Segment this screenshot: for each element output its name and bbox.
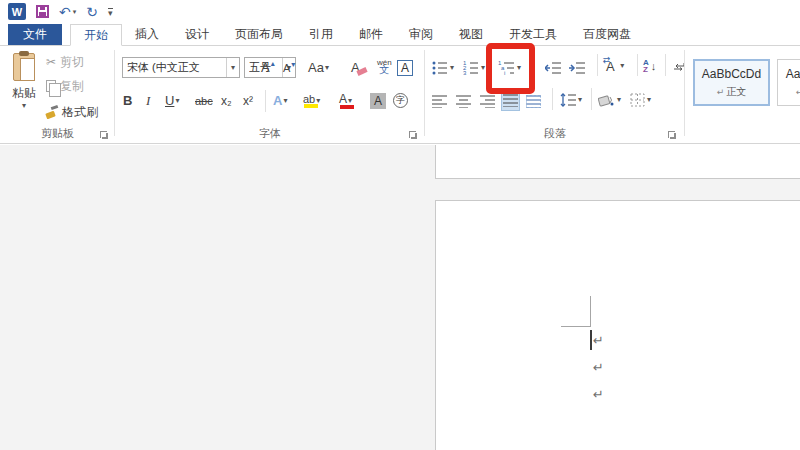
underline-dropdown-icon[interactable]: ▾ <box>175 97 179 105</box>
tab-developer[interactable]: 开发工具 <box>496 24 570 45</box>
paste-button[interactable]: 粘贴 ▾ <box>6 50 42 126</box>
line-spacing-dropdown-icon[interactable]: ▾ <box>578 96 582 104</box>
document-canvas[interactable]: ↵ ↵ ↵ <box>0 145 800 450</box>
multilevel-list-dropdown-icon[interactable]: ▾ <box>517 64 521 72</box>
align-left-button[interactable] <box>431 90 448 112</box>
group-styles: AaBbCcDd ↵正文 AaBbCcDd ↵无间隔 <box>685 46 800 144</box>
align-right-button[interactable] <box>479 90 496 112</box>
undo-dropdown-icon[interactable]: ▾ <box>73 8 77 16</box>
style-sample-text: AaBbCcDd <box>786 67 800 81</box>
text-highlight-button[interactable]: ab ▾ <box>303 90 320 111</box>
superscript-button[interactable]: x² <box>243 90 253 111</box>
align-left-icon <box>432 95 447 108</box>
bullets-button[interactable]: ▾ <box>431 57 455 79</box>
text-highlight-icon: ab <box>303 93 315 109</box>
distribute-icon <box>526 95 541 108</box>
shading-dropdown-icon[interactable]: ▾ <box>617 96 621 104</box>
increase-indent-button[interactable] <box>568 57 587 79</box>
subscript-button[interactable]: x₂ <box>221 90 232 111</box>
undo-icon: ↶ <box>59 5 71 19</box>
cut-button[interactable]: ✂ 剪切 <box>46 52 84 72</box>
paragraph-mark: ↵ <box>593 388 604 401</box>
numbering-dropdown-icon[interactable]: ▾ <box>481 64 485 72</box>
change-case-button[interactable]: Aa▾ <box>308 57 329 78</box>
copy-icon <box>46 80 56 92</box>
undo-button[interactable]: ↶▾ <box>59 5 76 19</box>
text-effects-button[interactable]: A▾ <box>273 90 287 111</box>
scissors-icon: ✂ <box>46 55 56 69</box>
numbering-button[interactable]: 123 ▾ <box>462 57 486 79</box>
numbering-icon: 123 <box>463 61 479 75</box>
sort-button[interactable]: AZ ↓ <box>642 55 657 77</box>
svg-text:i: i <box>504 70 505 75</box>
line-spacing-button[interactable]: ▾ <box>559 89 583 111</box>
strikethrough-button[interactable]: abc <box>195 90 213 111</box>
paste-label: 粘贴 <box>12 85 36 102</box>
customize-quick-access-icon[interactable]: ▾ <box>108 8 113 17</box>
borders-icon <box>630 93 645 107</box>
quick-access-toolbar: W ↶▾ ↻ ▾ <box>8 3 113 20</box>
align-right-icon <box>480 95 495 108</box>
font-group-label: 字体 <box>115 126 425 141</box>
font-name-value: 宋体 (中文正文 <box>127 60 226 75</box>
multilevel-list-button[interactable]: 1ai ▾ <box>497 57 522 79</box>
font-dialog-launcher-icon[interactable] <box>409 131 418 140</box>
text-effects-dropdown-icon[interactable]: ▾ <box>283 97 287 105</box>
page[interactable]: ↵ ↵ ↵ <box>435 200 800 450</box>
tab-page-layout[interactable]: 页面布局 <box>222 24 296 45</box>
copy-button[interactable]: 复制 <box>46 76 84 96</box>
phonetic-guide-button[interactable]: wén文 <box>377 55 392 76</box>
font-name-combo[interactable]: 宋体 (中文正文 ▾ <box>122 57 240 78</box>
italic-button[interactable]: I <box>146 90 150 111</box>
distribute-button[interactable] <box>525 90 542 112</box>
align-center-button[interactable] <box>455 90 472 112</box>
save-icon[interactable] <box>36 5 49 18</box>
clipboard-dialog-launcher-icon[interactable] <box>100 131 109 140</box>
shading-button[interactable]: ▾ <box>597 89 622 111</box>
page-bottom-fragment[interactable] <box>435 145 800 179</box>
bold-button[interactable]: B <box>123 90 132 111</box>
format-painter-button[interactable]: 格式刷 <box>46 102 98 122</box>
copy-label: 复制 <box>60 78 84 95</box>
redo-icon[interactable]: ↻ <box>86 5 98 19</box>
clear-formatting-button[interactable]: A <box>351 57 367 78</box>
group-clipboard: 粘贴 ▾ ✂ 剪切 复制 格式刷 剪贴板 <box>0 46 115 144</box>
asian-layout-dropdown-icon[interactable]: ▾ <box>620 62 624 70</box>
tab-file[interactable]: 文件 <box>8 24 62 45</box>
borders-dropdown-icon[interactable]: ▾ <box>647 96 651 104</box>
bullets-icon <box>432 61 448 75</box>
cut-label: 剪切 <box>60 54 84 71</box>
tab-design[interactable]: 设计 <box>172 24 222 45</box>
font-color-dropdown-icon[interactable]: ▾ <box>348 97 352 105</box>
paragraph-group-label: 段落 <box>425 126 685 141</box>
text-cursor <box>590 330 592 350</box>
style-card-no-spacing[interactable]: AaBbCcDd ↵无间隔 <box>777 59 800 106</box>
bullets-dropdown-icon[interactable]: ▾ <box>450 64 454 72</box>
group-paragraph: ▾ 123 ▾ 1ai ▾ A ⇄ ▾ AZ ↓ <box>425 46 685 144</box>
underline-button[interactable]: U▾ <box>165 90 179 111</box>
paragraph-dialog-launcher-icon[interactable] <box>668 131 677 140</box>
tab-references[interactable]: 引用 <box>296 24 346 45</box>
tab-home[interactable]: 开始 <box>70 24 122 46</box>
text-effects-icon: A <box>273 93 282 108</box>
paste-dropdown-icon[interactable]: ▾ <box>22 102 26 110</box>
shrink-font-button[interactable]: A▾ <box>283 57 295 78</box>
style-card-normal[interactable]: AaBbCcDd ↵正文 <box>693 59 770 106</box>
character-shading-button[interactable]: A <box>370 90 386 111</box>
font-color-button[interactable]: A ▾ <box>339 90 352 111</box>
tab-mailings[interactable]: 邮件 <box>346 24 396 45</box>
borders-button[interactable]: ▾ <box>629 89 652 111</box>
paragraph-mark: ↵ <box>593 334 604 347</box>
enclose-characters-button[interactable]: 字 <box>393 90 408 111</box>
decrease-indent-button[interactable] <box>544 57 563 79</box>
asian-layout-button[interactable]: A ⇄ ▾ <box>605 55 625 77</box>
tab-baidu-netdisk[interactable]: 百度网盘 <box>570 24 644 45</box>
tab-review[interactable]: 审阅 <box>396 24 446 45</box>
grow-font-button[interactable]: A▴ <box>261 57 275 78</box>
justify-button[interactable] <box>501 89 520 111</box>
character-border-button[interactable]: A <box>397 57 413 78</box>
increase-indent-icon <box>569 61 586 75</box>
tab-insert[interactable]: 插入 <box>122 24 172 45</box>
tab-view[interactable]: 视图 <box>446 24 496 45</box>
font-name-dropdown-icon[interactable]: ▾ <box>231 64 235 72</box>
